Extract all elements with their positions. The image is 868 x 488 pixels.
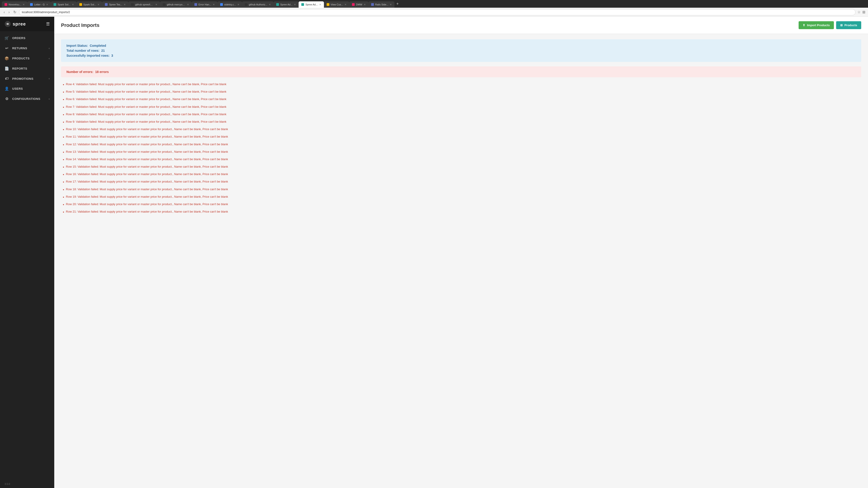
chevron-right-icon: ‹: [49, 77, 50, 80]
tab-close-icon[interactable]: ✕: [23, 3, 25, 6]
browser-toolbar: ‹ › ↻ localhost:3000/admin/product_impor…: [0, 8, 868, 17]
tab-novorésu[interactable]: Novorésu... ✕: [2, 1, 27, 8]
sidebar-item-label: Products: [12, 57, 30, 60]
sidebar-item-label: Promotions: [12, 77, 33, 80]
sidebar-item-reports[interactable]: 📄 Reports: [0, 64, 54, 74]
sidebar: spree ☰ 🛒 Orders ↩ Returns ‹ 📦 Products …: [0, 17, 54, 488]
tab-close-icon[interactable]: ✕: [97, 3, 99, 6]
error-list-item: Row 4: Validation failed: Must supply pr…: [63, 81, 861, 88]
import-products-label: Import Products: [807, 24, 830, 27]
tab-close-icon[interactable]: ✕: [319, 3, 321, 6]
upload-icon: ⬆: [803, 24, 805, 27]
error-list: Row 4: Validation failed: Must supply pr…: [61, 81, 861, 216]
tab-spark1[interactable]: Spark Sol... ✕: [51, 1, 76, 8]
chevron-right-icon: ‹: [49, 97, 50, 101]
error-list-item: Row 19: Validation failed: Must supply p…: [63, 193, 861, 201]
tab-close-icon[interactable]: ✕: [390, 3, 392, 6]
tab-github-tax[interactable]: github spree/tax... ✕: [128, 1, 160, 8]
main-header: Product Imports ⬆ Import Products ⊞ Prod…: [54, 17, 868, 34]
error-list-item: Row 14: Validation failed: Must supply p…: [63, 156, 861, 163]
tab-spark2[interactable]: Spark Sol... ✕: [76, 1, 102, 8]
error-list-item: Row 7: Validation failed: Must supply pr…: [63, 103, 861, 111]
status-label: Import Status:: [66, 44, 88, 47]
promotions-icon: 🏷: [4, 76, 9, 80]
products-button[interactable]: ⊞ Products: [836, 21, 861, 29]
tab-close-icon[interactable]: ✕: [72, 3, 74, 6]
total-rows-row: Total number of rows: 21: [66, 49, 856, 53]
status-value: Completed: [90, 44, 106, 47]
tab-dmw[interactable]: DMW ✕: [349, 1, 368, 8]
tab-close-icon[interactable]: ✕: [124, 3, 126, 6]
products-button-label: Products: [844, 24, 857, 27]
tab-error-han[interactable]: Error Han... ✕: [192, 1, 217, 8]
tab-spree-ad2-active[interactable]: Spree Ad... ✕: [299, 1, 324, 8]
tab-close-icon[interactable]: ✕: [46, 3, 48, 6]
sidebar-item-users[interactable]: 👤 Users: [0, 84, 54, 94]
error-count-label: Number of errors:: [66, 70, 93, 74]
tab-github-auth[interactable]: github Authoriz... ✕: [242, 1, 274, 8]
imported-rows-label: Successfully imported rows:: [66, 54, 110, 57]
tab-github-mercy[interactable]: github mercyos... ✕: [160, 1, 192, 8]
sidebar-item-returns[interactable]: ↩ Returns ‹: [0, 43, 54, 53]
error-count-row: Number of errors: 18 errors: [66, 70, 856, 74]
new-tab-button[interactable]: +: [395, 2, 401, 6]
sidebar-item-orders[interactable]: 🛒 Orders: [0, 33, 54, 43]
sidebar-item-products[interactable]: 📦 Products ‹: [0, 53, 54, 64]
tab-close-icon[interactable]: ✕: [237, 3, 239, 6]
error-count-value: 18 errors: [95, 70, 109, 74]
total-rows-label: Total number of rows:: [66, 49, 99, 53]
import-status-box: Import Status: Completed Total number of…: [61, 39, 861, 62]
browser-tabs: Novorésu... ✕ Letter - G ✕ Spark Sol... …: [0, 0, 868, 8]
extensions-icon[interactable]: ⊞: [862, 10, 865, 14]
error-list-item: Row 6: Validation failed: Must supply pr…: [63, 96, 861, 103]
reports-icon: 📄: [4, 66, 9, 71]
hamburger-icon[interactable]: ☰: [46, 22, 50, 26]
grid-icon: ⊞: [840, 24, 843, 27]
refresh-button[interactable]: ↻: [12, 9, 17, 15]
tab-close-icon[interactable]: ✕: [294, 3, 296, 6]
tab-close-icon[interactable]: ✕: [213, 3, 215, 6]
logo-text: spree: [13, 22, 26, 27]
sidebar-nav: 🛒 Orders ↩ Returns ‹ 📦 Products ‹ 📄 Repo…: [0, 31, 54, 480]
tab-spree-test[interactable]: Spree Tes... ✕: [102, 1, 128, 8]
sidebar-item-label: Users: [12, 87, 23, 90]
header-actions: ⬆ Import Products ⊞ Products: [799, 21, 861, 29]
main-content: Product Imports ⬆ Import Products ⊞ Prod…: [54, 17, 868, 488]
error-list-item: Row 16: Validation failed: Must supply p…: [63, 171, 861, 178]
star-icon[interactable]: ☆: [857, 10, 861, 14]
tab-close-icon[interactable]: ✕: [344, 3, 346, 6]
tab-sidekiq[interactable]: sidekiq.c... ✕: [217, 1, 242, 8]
error-count-box: Number of errors: 18 errors: [61, 66, 861, 77]
sidebar-logo: spree: [4, 21, 26, 27]
sidebar-item-promotions[interactable]: 🏷 Promotions ‹: [0, 74, 54, 84]
error-list-item: Row 20: Validation failed: Must supply p…: [63, 201, 861, 208]
sidebar-item-configurations[interactable]: ⚙ Configurations ‹: [0, 94, 54, 104]
chevron-right-icon: ‹: [49, 47, 50, 50]
tab-spree-ad1[interactable]: Spree Ad... ✕: [274, 1, 299, 8]
error-list-item: Row 13: Validation failed: Must supply p…: [63, 149, 861, 156]
sidebar-item-label: Reports: [12, 67, 27, 70]
returns-icon: ↩: [4, 46, 9, 51]
orders-icon: 🛒: [4, 36, 9, 40]
tab-close-icon[interactable]: ✕: [187, 3, 189, 6]
sidebar-item-label: Returns: [12, 46, 27, 50]
address-bar[interactable]: localhost:3000/admin/product_imports/2: [19, 9, 856, 15]
back-button[interactable]: ‹: [3, 9, 6, 15]
tab-close-icon[interactable]: ✕: [155, 3, 157, 6]
configurations-icon: ⚙: [4, 97, 9, 101]
error-list-item: Row 5: Validation failed: Must supply pr…: [63, 88, 861, 96]
tab-letter[interactable]: Letter - G ✕: [27, 1, 51, 8]
tab-close-icon[interactable]: ✕: [269, 3, 271, 6]
products-icon: 📦: [4, 56, 9, 61]
imported-rows-row: Successfully imported rows: 3: [66, 54, 856, 57]
tab-view-cus[interactable]: View Cus... ✕: [324, 1, 349, 8]
status-row: Import Status: Completed: [66, 44, 856, 47]
import-products-button[interactable]: ⬆ Import Products: [799, 21, 834, 29]
error-list-item: Row 15: Validation failed: Must supply p…: [63, 163, 861, 171]
tab-rails-side[interactable]: Rails Side... ✕: [368, 1, 395, 8]
error-list-item: Row 8: Validation failed: Must supply pr…: [63, 111, 861, 119]
sidebar-item-label: Orders: [12, 36, 26, 40]
error-list-item: Row 12: Validation failed: Must supply p…: [63, 141, 861, 149]
forward-button[interactable]: ›: [7, 9, 10, 15]
tab-close-icon[interactable]: ✕: [364, 3, 366, 6]
